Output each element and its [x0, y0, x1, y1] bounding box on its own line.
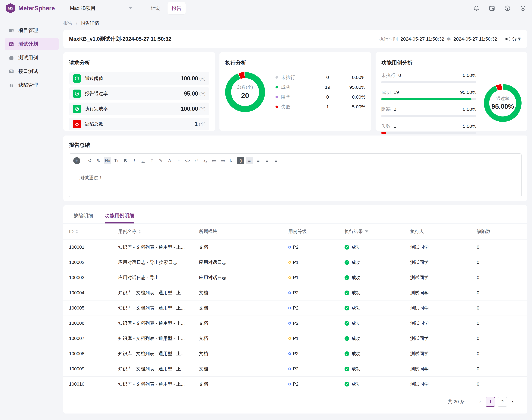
cell-name[interactable]: 知识库 - 文档列表 - 通用型 - 上...: [118, 366, 199, 372]
sort-icon[interactable]: [138, 230, 141, 233]
case-bar-label: 阻塞: [381, 106, 391, 113]
next-page-icon[interactable]: ›: [508, 399, 517, 405]
task-list-button[interactable]: ☑: [228, 157, 236, 164]
redo-button[interactable]: ↻: [95, 157, 102, 164]
sidebar-item-test-plan[interactable]: 测试计划: [5, 38, 59, 50]
ordered-list-button[interactable]: ≕: [219, 157, 226, 164]
cell-name[interactable]: 知识库 - 文档列表 - 通用型 - 上...: [118, 244, 199, 250]
table-row[interactable]: 100010知识库 - 文档列表 - 通用型 - 上...文档P2✓成功测试同学…: [63, 376, 527, 392]
page-number-1[interactable]: 1: [486, 397, 495, 407]
underline-button[interactable]: U: [140, 157, 147, 164]
tab-bug-details[interactable]: 缺陷明细: [73, 212, 93, 224]
align-left-button[interactable]: ≡: [246, 157, 253, 164]
cell-level: P2: [288, 366, 345, 372]
bell-icon[interactable]: [473, 5, 480, 12]
report-summary-card: 报告总结 +↺↻H#TᴛBIUT✎A❝<>x²x₂≔≕☑{}≡≡≡≡ 测试通过！: [63, 135, 527, 201]
table-row[interactable]: 100002应用对话日志 - 导出搜索日志应用对话日志P1✓成功测试同学0: [63, 255, 527, 270]
metric-row: 执行完成率100.00(%): [69, 103, 209, 115]
font-color-button[interactable]: A: [166, 157, 173, 164]
sidebar-item-bug-management[interactable]: 缺陷管理: [5, 79, 59, 91]
cell-name[interactable]: 知识库 - 文档列表 - 通用型 - 上...: [118, 335, 199, 342]
sidebar-item-test-case[interactable]: 测试用例: [5, 51, 59, 64]
col-id: ID: [69, 229, 118, 234]
cell-module: 文档: [199, 351, 288, 357]
cell-name[interactable]: 知识库 - 文档列表 - 通用型 - 上...: [118, 290, 199, 296]
table-row[interactable]: 100009知识库 - 文档列表 - 通用型 - 上...文档P2✓成功测试同学…: [63, 361, 527, 376]
code-block-button[interactable]: {}: [237, 157, 244, 164]
superscript-button[interactable]: x²: [193, 157, 200, 164]
cell-name[interactable]: 知识库 - 文档列表 - 通用型 - 上...: [118, 305, 199, 311]
sidebar-item-api-test[interactable]: API 接口测试: [5, 65, 59, 78]
cell-id: 100004: [69, 290, 118, 295]
progress-fill: [381, 132, 386, 134]
highlight-button[interactable]: ✎: [157, 157, 165, 164]
undo-button[interactable]: ↺: [86, 157, 93, 164]
page-number-2[interactable]: 2: [498, 397, 507, 407]
language-icon[interactable]: [520, 5, 526, 12]
cell-name[interactable]: 知识库 - 文档列表 - 通用型 - 上...: [118, 320, 199, 327]
cell-result: ✓成功: [345, 366, 410, 372]
tab-report[interactable]: 报告: [168, 2, 186, 15]
italic-button[interactable]: I: [131, 157, 138, 164]
share-button[interactable]: 分享: [505, 36, 521, 42]
level-ring-icon: [288, 322, 291, 325]
table-row[interactable]: 100005知识库 - 文档列表 - 通用型 - 上...文档P2✓成功测试同学…: [63, 300, 527, 315]
editor-content[interactable]: 测试通过！: [69, 168, 521, 188]
filter-icon[interactable]: [365, 229, 369, 234]
legend-label: 成功: [281, 84, 313, 90]
success-check-icon: ✓: [345, 382, 349, 387]
legend-count: 0: [313, 75, 343, 80]
table-header: ID 用例名称 所属模块 用例等级 执行结果 执行人 缺陷数: [63, 224, 527, 240]
execution-analysis-card: 执行分析 总数(个) 20 未执行00.00%成功1995.00%阻塞00.00…: [219, 52, 371, 131]
legend-percent: 95.00%: [349, 85, 365, 90]
cell-executor: 测试同学: [410, 351, 477, 357]
case-bar-label: 失败: [381, 123, 391, 130]
cell-name[interactable]: 应用对话日志 - 导出搜索日志: [118, 259, 199, 266]
font-size-button[interactable]: Tᴛ: [113, 157, 120, 164]
cell-result: ✓成功: [345, 274, 410, 281]
table-row[interactable]: 100001知识库 - 文档列表 - 通用型 - 上...文档P2✓成功测试同学…: [63, 240, 527, 255]
cell-name[interactable]: 知识库 - 文档列表 - 通用型 - 上...: [118, 351, 199, 357]
project-folder-icon: [9, 28, 14, 33]
sort-icon[interactable]: [75, 230, 78, 233]
bullet-list-button[interactable]: ≔: [210, 157, 218, 164]
insert-button[interactable]: +: [73, 157, 80, 164]
help-icon[interactable]: [504, 5, 511, 12]
table-row[interactable]: 100008知识库 - 文档列表 - 通用型 - 上...文档P2✓成功测试同学…: [63, 346, 527, 361]
metric-value: 1: [195, 121, 198, 127]
cell-id: 100006: [69, 321, 118, 326]
case-bar: 失败15.00%: [381, 123, 476, 134]
heading-button[interactable]: H#: [104, 157, 111, 164]
level-ring-icon: [288, 261, 291, 264]
quote-button[interactable]: ❝: [175, 157, 182, 164]
metric-list: 通过阈值100.00(%)报告通过率95.00(%)执行完成率100.00(%)…: [69, 72, 209, 130]
align-justify-button[interactable]: ≡: [272, 157, 280, 164]
cell-name[interactable]: 应用对话日志 - 导出: [118, 274, 199, 281]
execution-legend: 未执行00.00%成功1995.00%阻塞00.00%失败15.00%: [276, 73, 365, 112]
align-center-button[interactable]: ≡: [255, 157, 262, 164]
strikethrough-button[interactable]: T: [148, 157, 156, 164]
project-selector[interactable]: MaxKB项目: [70, 5, 132, 12]
brand-name: MeterSphere: [18, 5, 55, 12]
inline-code-button[interactable]: <>: [184, 157, 191, 164]
table-row[interactable]: 100006知识库 - 文档列表 - 通用型 - 上...文档P2✓成功测试同学…: [63, 315, 527, 331]
table-row[interactable]: 100003应用对话日志 - 导出应用对话日志P1✓成功测试同学0: [63, 270, 527, 285]
success-check-icon: ✓: [345, 290, 349, 295]
table-row[interactable]: 100007知识库 - 文档列表 - 通用型 - 上...文档P1✓成功测试同学…: [63, 331, 527, 346]
tab-case-details[interactable]: 功能用例明细: [105, 212, 134, 224]
cell-name[interactable]: 知识库 - 文档列表 - 通用型 - 上...: [118, 381, 199, 387]
breadcrumb-reports-link[interactable]: 报告: [63, 20, 72, 27]
subscript-button[interactable]: x₂: [202, 157, 209, 164]
pagination-total: 共 20 条: [448, 399, 464, 405]
level-text: P1: [293, 260, 298, 265]
align-right-button[interactable]: ≡: [264, 157, 271, 164]
tab-plan[interactable]: 计划: [147, 2, 165, 15]
table-row[interactable]: 100004知识库 - 文档列表 - 通用型 - 上...文档P2✓成功测试同学…: [63, 285, 527, 300]
metric-row: 通过阈值100.00(%): [69, 72, 209, 85]
sidebar-item-project-management[interactable]: 项目管理: [5, 24, 59, 37]
sidebar-item-label: 缺陷管理: [18, 82, 38, 88]
task-center-icon[interactable]: [489, 5, 495, 12]
prev-page-icon[interactable]: ‹: [476, 399, 485, 405]
cell-id: 100007: [69, 336, 118, 341]
bold-button[interactable]: B: [122, 157, 129, 164]
